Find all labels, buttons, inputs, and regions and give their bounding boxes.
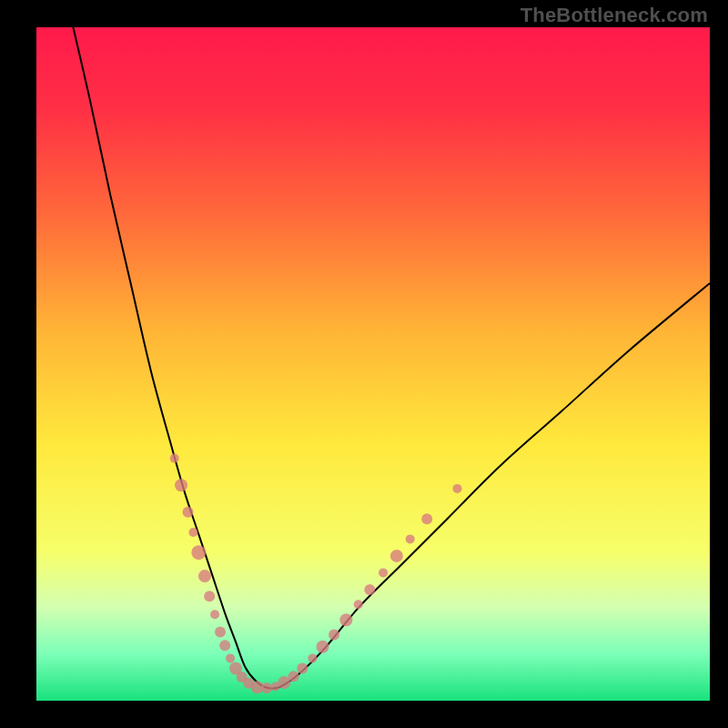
data-points-group: [170, 454, 462, 694]
data-point: [406, 534, 415, 543]
data-point: [183, 507, 194, 518]
data-point: [390, 550, 403, 562]
data-point: [297, 662, 308, 673]
data-point: [170, 454, 179, 463]
watermark-text: TheBottleneck.com: [521, 4, 708, 27]
chart-frame: TheBottleneck.com: [0, 0, 728, 728]
data-point: [364, 584, 375, 595]
data-point: [329, 629, 339, 640]
data-point: [188, 528, 197, 537]
data-point: [215, 627, 226, 638]
data-point: [308, 653, 317, 662]
data-point: [226, 653, 235, 662]
data-point: [379, 568, 388, 577]
data-point: [453, 484, 462, 493]
data-point: [288, 671, 299, 682]
data-point: [210, 610, 219, 619]
data-point: [191, 545, 206, 560]
data-point: [219, 640, 230, 651]
data-point: [317, 641, 329, 653]
data-point: [421, 513, 432, 524]
chart-svg: [36, 27, 710, 701]
bottleneck-curve: [70, 14, 710, 688]
data-point: [204, 591, 215, 602]
data-point: [198, 570, 211, 582]
data-point: [339, 613, 352, 626]
data-point: [261, 682, 272, 693]
data-point: [354, 600, 363, 609]
data-point: [175, 479, 187, 491]
